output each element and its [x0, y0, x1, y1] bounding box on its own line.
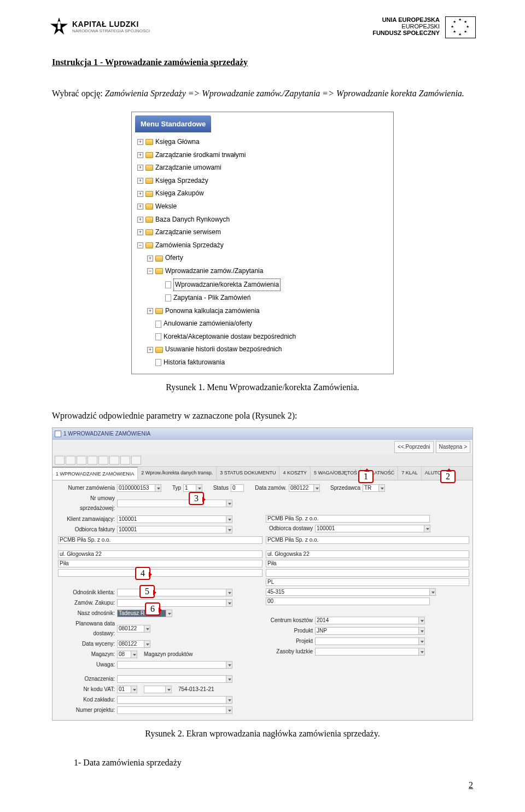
form-tab[interactable]: 2 Wprow./korekta danych transp. — [138, 467, 217, 480]
tree-item[interactable]: Korekta/Akceptowanie dostaw bezpośrednic… — [135, 330, 390, 344]
tree-item[interactable]: −Zamówienia Sprzedaży — [135, 239, 390, 252]
dropdown-icon[interactable] — [226, 526, 232, 533]
expand-icon[interactable]: + — [147, 256, 153, 262]
field-zamow-zakupu[interactable] — [117, 599, 226, 607]
toolbar-button[interactable] — [120, 456, 130, 465]
field-magazyn[interactable]: 08 — [117, 651, 131, 658]
expand-icon[interactable]: + — [137, 178, 143, 184]
field-nr-proj[interactable] — [117, 706, 226, 714]
field-odbiorca[interactable]: 100001 — [117, 526, 226, 533]
tree-item[interactable]: Anulowanie zamówienia/oferty — [135, 317, 390, 330]
tree-item[interactable]: +Baza Danych Rynkowych — [135, 213, 390, 227]
field-zero: 00 — [266, 598, 430, 605]
dropdown-icon[interactable] — [313, 484, 320, 492]
field-odb-dostawy[interactable]: 100001 — [315, 525, 424, 532]
field-addr2-r: Piła — [266, 560, 469, 567]
dropdown-icon[interactable] — [378, 484, 385, 492]
dropdown-icon[interactable] — [226, 589, 232, 596]
toolbar-button[interactable] — [98, 456, 108, 465]
field-uwaga[interactable] — [117, 661, 226, 669]
tree-item[interactable]: Historia fakturowania — [135, 356, 390, 369]
dropdown-icon[interactable] — [226, 696, 232, 704]
dropdown-icon[interactable] — [226, 515, 232, 523]
dropdown-icon[interactable] — [226, 661, 232, 669]
dropdown-icon[interactable] — [418, 637, 425, 645]
tree-item[interactable]: +Usuwanie historii dostaw bezpośrednich — [135, 343, 390, 356]
field-klient[interactable]: 100001 — [117, 515, 226, 523]
form-tab[interactable]: 7 KLAL — [398, 467, 422, 480]
expand-icon[interactable]: − — [147, 268, 153, 274]
expand-icon — [147, 321, 153, 327]
field-data-zamow[interactable]: 080122 — [289, 484, 314, 492]
expand-icon[interactable]: + — [137, 229, 143, 235]
callout-6: 6 — [145, 602, 160, 616]
expand-icon[interactable]: − — [137, 242, 143, 248]
dropdown-icon[interactable] — [166, 610, 172, 617]
form-tab[interactable]: 1 WPROWADZANIE ZAMÓWIENIA — [52, 467, 138, 480]
expand-icon[interactable]: + — [137, 152, 143, 158]
toolbar-button[interactable] — [131, 456, 141, 465]
expand-icon[interactable]: + — [137, 139, 143, 145]
dropdown-icon[interactable] — [165, 686, 172, 693]
dropdown-icon[interactable] — [418, 627, 425, 635]
dropdown-icon[interactable] — [226, 675, 232, 683]
expand-icon[interactable]: + — [147, 308, 153, 314]
field-data-wyc[interactable]: 080122 — [117, 640, 144, 648]
expand-icon[interactable]: + — [137, 165, 143, 171]
field-centrum[interactable]: 2014 — [315, 617, 419, 624]
label-magazyn: Magazyn: — [56, 649, 117, 659]
dropdown-icon[interactable] — [424, 525, 430, 532]
dropdown-icon[interactable] — [226, 706, 232, 714]
tree-item[interactable]: +Księga Sprzedaży — [135, 175, 390, 188]
toolbar-button[interactable] — [77, 456, 86, 465]
tree-item[interactable]: +Zarządzanie środkami trwałymi — [135, 149, 390, 162]
dropdown-icon[interactable] — [144, 640, 150, 648]
form-tab[interactable]: 3 STATUS DOKUMENTU — [217, 467, 279, 480]
field-odnosnik[interactable] — [117, 589, 226, 596]
field-plan[interactable]: 080122 — [117, 625, 144, 633]
field-zasoby[interactable] — [315, 648, 419, 656]
tree-item[interactable]: +Ponowna kalkulacja zamówienia — [135, 305, 390, 318]
dropdown-icon[interactable] — [131, 686, 137, 693]
expand-icon[interactable]: + — [147, 347, 153, 353]
dropdown-icon[interactable] — [155, 484, 161, 492]
toolbar-button[interactable] — [55, 456, 65, 465]
dropdown-icon[interactable] — [131, 651, 137, 658]
field-projekt[interactable] — [315, 637, 419, 645]
form-tab[interactable]: 5 WAGA/OBJĘTOŚ — [311, 467, 361, 480]
toolbar-button[interactable] — [66, 456, 75, 465]
dropdown-icon[interactable] — [429, 588, 436, 596]
expand-icon[interactable]: + — [137, 204, 143, 210]
field-status[interactable]: 0 — [231, 484, 244, 492]
form-tab[interactable]: 4 KOSZTY — [279, 467, 311, 480]
tree-item[interactable]: +Księga Zakupów — [135, 187, 390, 200]
nav-next-button[interactable]: Następna > — [436, 441, 470, 453]
tree-item[interactable]: Wprowadzanie/korekta Zamówienia — [135, 278, 390, 292]
field-produkt[interactable]: JNP — [315, 627, 419, 635]
field-numer[interactable]: 0100000153 — [117, 484, 155, 492]
field-ozn[interactable] — [117, 675, 226, 683]
field-nr-umowy[interactable] — [117, 500, 226, 507]
tree-item[interactable]: +Zarządzanie umowami — [135, 161, 390, 175]
tree-item[interactable]: +Księga Główna — [135, 136, 390, 149]
dropdown-icon[interactable] — [418, 617, 425, 624]
tree-item[interactable]: +Zarządzanie serwisem — [135, 226, 390, 239]
tree-item[interactable]: +Oferty — [135, 252, 390, 265]
expand-icon[interactable]: + — [137, 191, 143, 197]
expand-icon[interactable]: + — [137, 217, 143, 223]
field-sprzedawca[interactable]: TR — [363, 484, 379, 492]
tree-item[interactable]: Zapytania - Plik Zamówień — [135, 292, 390, 305]
nav-prev-button[interactable]: <<.Poprzedni — [394, 441, 434, 453]
dropdown-icon[interactable] — [226, 599, 232, 607]
toolbar-button[interactable] — [109, 456, 119, 465]
dropdown-icon[interactable] — [226, 500, 232, 507]
tree-item[interactable]: +Weksle — [135, 200, 390, 213]
dropdown-icon[interactable] — [144, 625, 150, 633]
dropdown-icon[interactable] — [418, 648, 425, 656]
field-vat2[interactable] — [144, 686, 166, 693]
field-vat[interactable]: 01 — [117, 686, 131, 693]
folder-icon — [145, 242, 153, 248]
tree-item[interactable]: −Wprowadzanie zamów./Zapytania — [135, 265, 390, 278]
toolbar-button[interactable] — [88, 456, 97, 465]
field-kod-zakl[interactable] — [117, 696, 226, 704]
